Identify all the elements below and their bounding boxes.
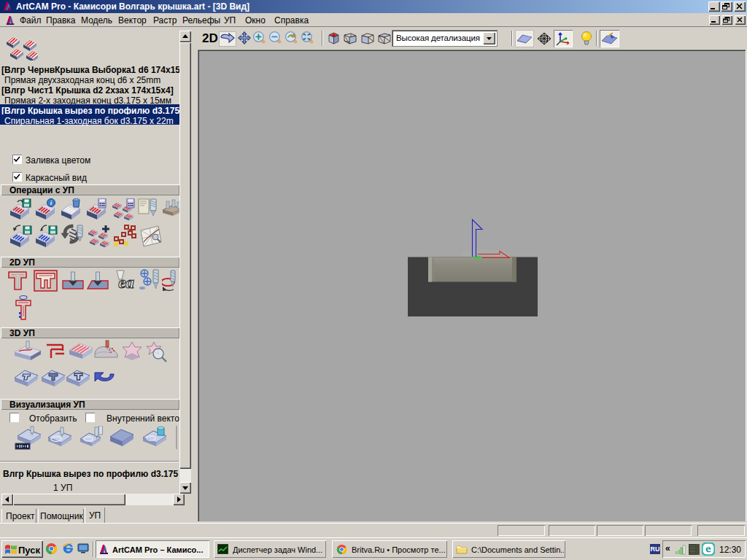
- svg-text:ea: ea: [118, 273, 134, 292]
